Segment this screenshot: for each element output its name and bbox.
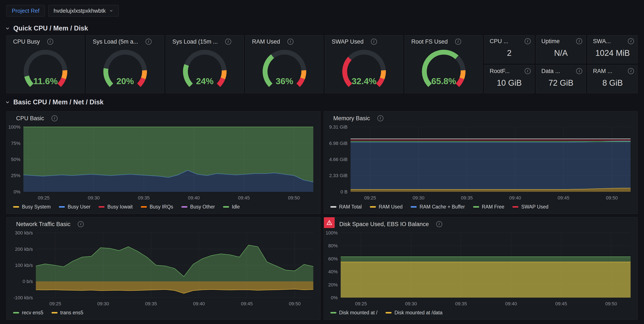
legend-item[interactable]: trans ens5 <box>52 310 83 316</box>
project-ref-label: Project Ref <box>12 8 40 14</box>
stat-value: N/A <box>536 46 586 63</box>
svg-text:09:25: 09:25 <box>364 195 376 200</box>
legend-item[interactable]: Busy System <box>13 204 51 210</box>
legend-item[interactable]: Busy User <box>59 204 90 210</box>
disk-space-chart[interactable]: 09:2509:3009:3509:4009:4509:500%20%40%60… <box>324 230 636 308</box>
stat-panel-swap-total: SWA... i 1024 MiB <box>588 35 638 63</box>
legend-swatch-icon <box>182 206 188 208</box>
section-header-basic[interactable]: Basic CPU / Mem / Net / Disk <box>0 93 644 111</box>
legend-item[interactable]: Busy Iowait <box>98 204 133 210</box>
panel-header: RAM ... i <box>588 65 637 76</box>
panel-title[interactable]: Data ... <box>542 68 560 74</box>
legend-swatch-icon <box>52 312 58 314</box>
gauge-body: 20% <box>86 46 164 93</box>
panel-title[interactable]: RAM ... <box>593 68 612 74</box>
panel-header: CPU Basic i <box>7 112 320 124</box>
network-traffic-chart[interactable]: 09:2509:3009:3509:4009:4509:50-100 kb/s0… <box>7 230 319 308</box>
info-icon[interactable]: i <box>378 115 384 121</box>
legend-item[interactable]: Disk mounted at / <box>330 310 378 316</box>
panel-title[interactable]: RAM Used <box>252 38 280 45</box>
panel-title[interactable]: Network Traffic Basic <box>16 221 70 228</box>
svg-text:11.6%: 11.6% <box>33 76 58 86</box>
svg-text:32.4%: 32.4% <box>352 76 376 86</box>
info-icon[interactable]: i <box>576 38 582 44</box>
legend-label: Disk mounted at /data <box>394 310 442 316</box>
info-icon[interactable]: i <box>455 39 461 45</box>
legend-item[interactable]: RAM Total <box>330 204 362 210</box>
gauge-panel-cpu-busy: CPU Busy i 11.6% <box>6 35 84 93</box>
chart-body: 09:2509:3009:3509:4009:4509:50-100 kb/s0… <box>7 230 320 308</box>
legend-item[interactable]: RAM Used <box>370 204 402 210</box>
panel-title[interactable]: Sys Load (15m ... <box>172 38 218 45</box>
panel-title[interactable]: Disk Space Used, EBS IO Balance <box>340 221 429 228</box>
cpu-busy-gauge: 11.6% <box>18 49 72 90</box>
panel-header: Sys Load (15m ... i <box>166 36 244 46</box>
panel-title[interactable]: CPU ... <box>490 38 508 45</box>
svg-text:-100 kb/s: -100 kb/s <box>14 295 33 300</box>
panel-title[interactable]: RootF... <box>490 68 510 74</box>
svg-text:80%: 80% <box>328 243 338 248</box>
panel-title[interactable]: Uptime <box>542 38 560 45</box>
info-icon[interactable]: i <box>628 68 634 74</box>
memory-basic-chart[interactable]: 09:2509:3009:3509:4009:4509:500 B2.33 Gi… <box>324 124 636 202</box>
panel-title[interactable]: CPU Busy <box>13 38 40 45</box>
panel-title[interactable]: SWAP Used <box>332 38 364 45</box>
legend-label: Idle <box>232 204 240 210</box>
info-icon[interactable]: i <box>225 39 231 45</box>
panel-title[interactable]: Memory Basic <box>334 115 370 122</box>
legend-label: trans ens5 <box>60 310 83 316</box>
legend-item[interactable]: Busy Other <box>182 204 215 210</box>
panel-title[interactable]: Root FS Used <box>411 38 448 45</box>
legend-item[interactable]: Idle <box>223 204 240 210</box>
chart-panel-disk-space: Disk Space Used, EBS IO Balance i 09:250… <box>324 217 638 320</box>
legend-swatch-icon <box>141 206 147 208</box>
info-icon[interactable]: i <box>628 38 634 44</box>
svg-text:24%: 24% <box>196 76 214 86</box>
panel-title[interactable]: SWA... <box>593 38 611 45</box>
svg-text:75%: 75% <box>11 141 20 146</box>
legend-label: RAM Cache + Buffer <box>420 204 465 210</box>
legend-label: Disk mounted at / <box>339 310 378 316</box>
stat-panel-data-fs-total: Data ... i 72 GiB <box>536 65 586 93</box>
svg-text:09:25: 09:25 <box>49 301 61 306</box>
svg-text:09:30: 09:30 <box>88 195 100 200</box>
project-ref-button[interactable]: Project Ref <box>6 5 45 16</box>
legend-item[interactable]: RAM Free <box>473 204 504 210</box>
legend-item[interactable]: recv ens5 <box>13 310 43 316</box>
svg-text:50%: 50% <box>11 157 20 162</box>
stat-panel-root-fs-total: RootF... i 10 GiB <box>484 65 534 93</box>
alert-icon[interactable] <box>324 217 335 228</box>
svg-text:09:45: 09:45 <box>241 301 253 306</box>
panel-title[interactable]: CPU Basic <box>16 115 44 122</box>
legend-item[interactable]: Disk mounted at /data <box>386 310 442 316</box>
panel-header: Root FS Used i <box>405 36 482 46</box>
info-icon[interactable]: i <box>525 38 531 44</box>
info-icon[interactable]: i <box>576 68 582 74</box>
info-icon[interactable]: i <box>288 39 294 45</box>
panel-header: Data ... i <box>536 65 586 76</box>
panel-header: CPU Busy i <box>7 36 84 46</box>
info-icon[interactable]: i <box>371 39 377 45</box>
legend-item[interactable]: Busy IRQs <box>141 204 173 210</box>
legend-item[interactable]: SWAP Used <box>512 204 548 210</box>
svg-text:09:50: 09:50 <box>289 301 300 306</box>
info-icon[interactable]: i <box>78 221 84 227</box>
project-dropdown-value: hvdelujxlxstpxkhwbtk <box>54 8 106 14</box>
panel-header: Network Traffic Basic i <box>7 217 320 230</box>
legend-swatch-icon <box>473 206 479 208</box>
info-icon[interactable]: i <box>52 115 58 121</box>
section-header-quick[interactable]: Quick CPU / Mem / Disk <box>0 22 644 35</box>
info-icon[interactable]: i <box>146 39 152 45</box>
info-icon[interactable]: i <box>47 39 53 45</box>
legend-label: RAM Used <box>379 204 402 210</box>
panel-title[interactable]: Sys Load (5m a... <box>93 38 138 45</box>
info-icon[interactable]: i <box>436 221 442 227</box>
svg-text:9.31 GiB: 9.31 GiB <box>329 124 348 130</box>
project-dropdown[interactable]: hvdelujxlxstpxkhwbtk <box>48 5 119 16</box>
legend-swatch-icon <box>330 206 336 208</box>
svg-text:0 b/s: 0 b/s <box>22 279 33 284</box>
svg-text:09:30: 09:30 <box>97 301 109 306</box>
legend-item[interactable]: RAM Cache + Buffer <box>411 204 465 210</box>
cpu-basic-chart[interactable]: 09:2509:3009:3509:4009:4509:500%25%50%75… <box>7 124 319 202</box>
info-icon[interactable]: i <box>525 68 531 74</box>
